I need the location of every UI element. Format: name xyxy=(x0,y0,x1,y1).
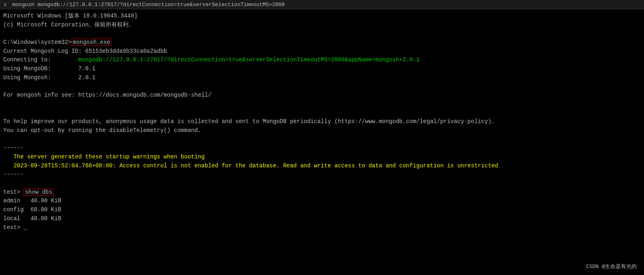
terminal-body[interactable]: Microsoft Windows [版本 10.0.19045.3448] (… xyxy=(0,9,644,234)
line-prompt1: C:\Windows\system32>mongosh.exe xyxy=(3,38,641,47)
cmd-icon: C xyxy=(3,1,10,8)
line-dashes2: ------ xyxy=(3,170,641,179)
line-blank3 xyxy=(3,100,641,109)
boxed-show-dbs: show dbs xyxy=(24,188,53,196)
line-dashes1: ------ xyxy=(3,144,641,153)
connecting-url: mongodb://127.0.0.1:27017/?directConnect… xyxy=(78,56,420,63)
title-bar: C mongosh mongodb://127.0.0.1:27017/?dir… xyxy=(0,0,644,9)
connecting-label: Connecting to: xyxy=(3,56,78,63)
line-admin: admin 40.00 KiB xyxy=(3,197,641,206)
test-prompt: test> xyxy=(3,189,24,195)
line-warning1: The server generated these startup warni… xyxy=(3,153,641,162)
line-using-mongodb: Using MongoDB: 7.0.1 xyxy=(3,65,641,74)
line-warning2: 2023-09-28T15:52:04.766+08:00: Access co… xyxy=(3,162,641,171)
line-prompt2: test> _ xyxy=(3,223,641,232)
boxed-mongosh: mongosh.exe xyxy=(72,39,111,46)
line-info: For mongosh info see: https://docs.mongo… xyxy=(3,91,641,100)
line-cmd-show: test> show dbs xyxy=(3,188,641,197)
line-ms-corp: (c) Microsoft Corporation。保留所有权利。 xyxy=(3,21,641,30)
line-telemetry2: You can opt-out by running the disableTe… xyxy=(3,126,641,135)
line-blank1 xyxy=(3,29,641,38)
line-blank2 xyxy=(3,82,641,91)
watermark: CSDN @生命是有光的 xyxy=(586,263,637,270)
line-telemetry1: To help improve our products, anonymous … xyxy=(3,117,641,126)
line-config: config 60.00 KiB xyxy=(3,206,641,214)
path-text: C:\Windows\system32> xyxy=(3,39,72,45)
svg-text:C: C xyxy=(4,2,7,7)
line-connecting: Connecting to: mongodb://127.0.0.1:27017… xyxy=(3,56,641,65)
line-blank6 xyxy=(3,179,641,188)
line-win-ver: Microsoft Windows [版本 10.0.19045.3448] xyxy=(3,12,641,21)
line-blank5 xyxy=(3,135,641,144)
line-blank4 xyxy=(3,109,641,118)
terminal-container: C mongosh mongodb://127.0.0.1:27017/?dir… xyxy=(0,0,644,275)
title-text: mongosh mongodb://127.0.0.1:27017/?direc… xyxy=(12,2,285,8)
line-local: local 40.00 KiB xyxy=(3,214,641,223)
line-logid: Current Mongosh Log ID: 65153eb3dda9b33c… xyxy=(3,47,641,56)
line-using-mongosh: Using Mongosh: 2.0.1 xyxy=(3,74,641,82)
